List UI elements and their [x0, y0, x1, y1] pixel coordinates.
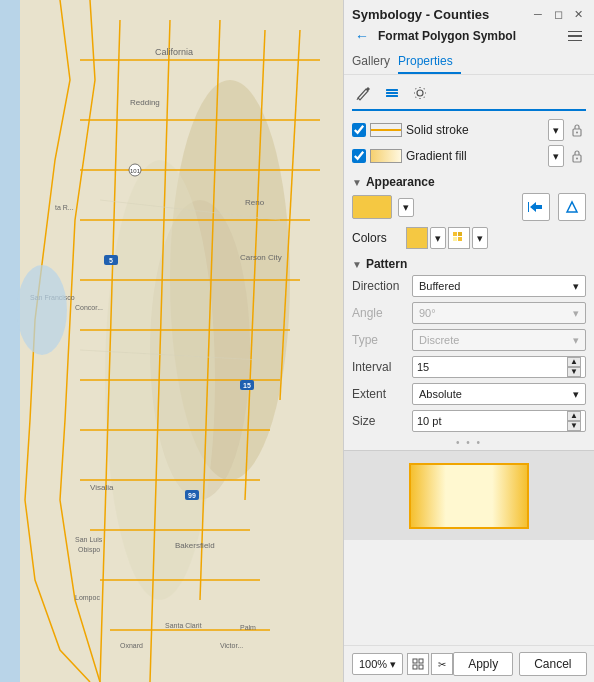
color-grid-button[interactable]: [448, 227, 470, 249]
size-spinner[interactable]: 10 pt ▲ ▼: [412, 410, 586, 432]
interval-down-btn[interactable]: ▼: [567, 367, 581, 377]
svg-rect-62: [453, 232, 457, 236]
separator-dots: • • •: [352, 437, 586, 448]
restore-icon[interactable]: ◻: [550, 6, 566, 22]
pen-icon[interactable]: [352, 81, 376, 105]
svg-rect-53: [386, 89, 398, 91]
pattern-header: ▼ Pattern: [352, 257, 586, 271]
stroke-lock-icon[interactable]: [568, 121, 586, 139]
stroke-type-dropdown[interactable]: ▾: [548, 119, 564, 141]
type-dropdown: Discrete ▾: [412, 329, 586, 351]
zoom-controls: 100% ▾ ✂: [352, 653, 453, 675]
interval-label: Interval: [352, 360, 412, 374]
svg-text:Victor...: Victor...: [220, 642, 243, 649]
svg-text:101: 101: [130, 168, 141, 174]
type-label: Type: [352, 333, 412, 347]
angle-row: Angle 90° ▾: [352, 302, 586, 324]
bottom-toolbar: 100% ▾ ✂ Apply Cancel: [344, 645, 594, 682]
direction-arrow: ▾: [573, 280, 579, 293]
color-swatch-dropdown[interactable]: ▾: [398, 198, 414, 217]
interval-text: 15: [417, 361, 429, 373]
zoom-dropdown[interactable]: 100% ▾: [352, 653, 403, 675]
size-up-btn[interactable]: ▲: [567, 411, 581, 421]
colors-grid-dropdown[interactable]: ▾: [472, 227, 488, 249]
svg-rect-67: [413, 659, 417, 663]
svg-text:Reno: Reno: [245, 198, 265, 207]
svg-text:Bakersfield: Bakersfield: [175, 541, 215, 550]
svg-rect-66: [411, 465, 527, 527]
direction-dropdown[interactable]: Buffered ▾: [412, 275, 586, 297]
action-buttons: Apply Cancel: [453, 652, 586, 676]
fill-type-dropdown[interactable]: ▾: [548, 145, 564, 167]
grid-view-button[interactable]: [407, 653, 429, 675]
fill-checkbox[interactable]: [352, 149, 366, 163]
svg-rect-63: [458, 232, 462, 236]
stroke-label: Solid stroke: [406, 123, 544, 137]
size-down-btn[interactable]: ▼: [567, 421, 581, 431]
extent-dropdown[interactable]: Absolute ▾: [412, 383, 586, 405]
angle-label: Angle: [352, 306, 412, 320]
type-text: Discrete: [419, 334, 459, 346]
size-label: Size: [352, 414, 412, 428]
map-area: California Redding ta R... Reno Carson C…: [0, 0, 343, 682]
size-row: Size 10 pt ▲ ▼: [352, 410, 586, 432]
reverse-gradient-button[interactable]: [522, 193, 550, 221]
svg-rect-69: [413, 665, 417, 669]
appearance-arrow: ▼: [352, 177, 362, 188]
fill-lock-icon[interactable]: [568, 147, 586, 165]
svg-text:15: 15: [243, 382, 251, 389]
size-spinner-btns: ▲ ▼: [567, 411, 581, 431]
layers-icon[interactable]: [380, 81, 404, 105]
apply-button[interactable]: Apply: [453, 652, 513, 676]
svg-text:ta R...: ta R...: [55, 204, 74, 211]
svg-text:Visalia: Visalia: [90, 483, 114, 492]
tab-gallery[interactable]: Gallery: [352, 50, 398, 74]
panel: Symbology - Counties ─ ◻ ✕ ← Format Poly…: [343, 0, 594, 682]
panel-tabs: Gallery Properties: [352, 50, 586, 74]
svg-text:Oxnard: Oxnard: [120, 642, 143, 649]
svg-text:Lompoc: Lompoc: [75, 594, 100, 602]
appearance-header: ▼ Appearance: [352, 175, 586, 189]
size-text: 10 pt: [417, 415, 441, 427]
interval-row: Interval 15 ▲ ▼: [352, 356, 586, 378]
extent-value: Absolute ▾: [412, 383, 586, 405]
fill-preview: [370, 149, 402, 163]
appearance-title: Appearance: [366, 175, 435, 189]
fill-layer-row: Gradient fill ▾: [352, 145, 586, 167]
fill-label: Gradient fill: [406, 149, 544, 163]
minimize-icon[interactable]: ─: [530, 6, 546, 22]
settings-icon[interactable]: [408, 81, 432, 105]
tab-properties[interactable]: Properties: [398, 50, 461, 74]
zoom-arrow: ▾: [390, 658, 396, 671]
stroke-type-value: ▾: [553, 124, 559, 137]
preview-area: [344, 450, 594, 540]
svg-text:California: California: [155, 47, 193, 57]
interval-spinner-btns: ▲ ▼: [567, 357, 581, 377]
svg-point-51: [17, 265, 67, 355]
menu-icon[interactable]: [568, 27, 586, 45]
toolbar-row: [352, 81, 586, 111]
primary-color-swatch[interactable]: [352, 195, 392, 219]
stroke-checkbox[interactable]: [352, 123, 366, 137]
panel-subtitle: Format Polygon Symbol: [378, 29, 562, 43]
colors-from-dropdown[interactable]: ▾: [430, 227, 446, 249]
svg-rect-64: [453, 237, 457, 241]
panel-header: Symbology - Counties ─ ◻ ✕ ← Format Poly…: [344, 0, 594, 75]
angle-text: 90°: [419, 307, 436, 319]
cancel-button[interactable]: Cancel: [519, 652, 586, 676]
svg-marker-61: [567, 202, 577, 212]
panel-title-icons: ─ ◻ ✕: [530, 6, 586, 22]
colors-from-swatch[interactable]: [406, 227, 428, 249]
interval-up-btn[interactable]: ▲: [567, 357, 581, 367]
zoom-value: 100%: [359, 658, 387, 670]
extent-row: Extent Absolute ▾: [352, 383, 586, 405]
interval-spinner[interactable]: 15 ▲ ▼: [412, 356, 586, 378]
direction-value: Buffered ▾: [412, 275, 586, 297]
flip-icon[interactable]: [558, 193, 586, 221]
back-button[interactable]: ←: [352, 26, 372, 46]
scissors-button[interactable]: ✂: [431, 653, 453, 675]
svg-text:Carson City: Carson City: [240, 253, 282, 262]
fill-type-value: ▾: [553, 150, 559, 163]
color-swatch-row: ▾: [352, 193, 586, 221]
close-icon[interactable]: ✕: [570, 6, 586, 22]
